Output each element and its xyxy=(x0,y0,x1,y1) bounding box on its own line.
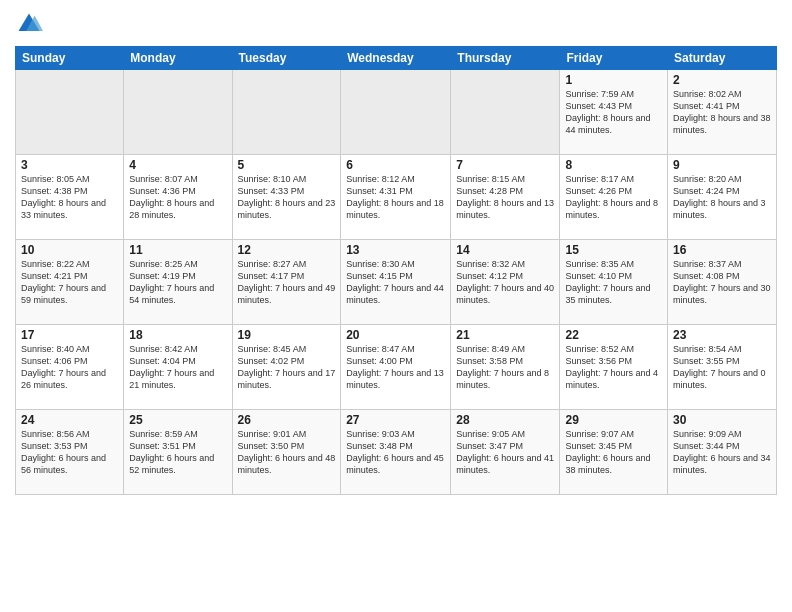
day-info: Sunrise: 9:03 AM Sunset: 3:48 PM Dayligh… xyxy=(346,428,445,477)
day-info: Sunrise: 8:07 AM Sunset: 4:36 PM Dayligh… xyxy=(129,173,226,222)
calendar-body: 1Sunrise: 7:59 AM Sunset: 4:43 PM Daylig… xyxy=(16,70,777,495)
header-cell-tuesday: Tuesday xyxy=(232,47,341,70)
day-number: 1 xyxy=(565,73,662,87)
day-cell: 16Sunrise: 8:37 AM Sunset: 4:08 PM Dayli… xyxy=(668,240,777,325)
day-cell: 8Sunrise: 8:17 AM Sunset: 4:26 PM Daylig… xyxy=(560,155,668,240)
day-info: Sunrise: 8:10 AM Sunset: 4:33 PM Dayligh… xyxy=(238,173,336,222)
day-number: 24 xyxy=(21,413,118,427)
day-number: 3 xyxy=(21,158,118,172)
logo-icon xyxy=(15,10,43,38)
day-number: 27 xyxy=(346,413,445,427)
day-cell: 7Sunrise: 8:15 AM Sunset: 4:28 PM Daylig… xyxy=(451,155,560,240)
day-info: Sunrise: 8:30 AM Sunset: 4:15 PM Dayligh… xyxy=(346,258,445,307)
header-cell-sunday: Sunday xyxy=(16,47,124,70)
calendar: SundayMondayTuesdayWednesdayThursdayFrid… xyxy=(15,46,777,495)
day-cell xyxy=(232,70,341,155)
day-cell: 21Sunrise: 8:49 AM Sunset: 3:58 PM Dayli… xyxy=(451,325,560,410)
header-row: SundayMondayTuesdayWednesdayThursdayFrid… xyxy=(16,47,777,70)
week-row-0: 1Sunrise: 7:59 AM Sunset: 4:43 PM Daylig… xyxy=(16,70,777,155)
day-number: 8 xyxy=(565,158,662,172)
day-number: 14 xyxy=(456,243,554,257)
day-info: Sunrise: 8:40 AM Sunset: 4:06 PM Dayligh… xyxy=(21,343,118,392)
day-cell: 24Sunrise: 8:56 AM Sunset: 3:53 PM Dayli… xyxy=(16,410,124,495)
day-info: Sunrise: 8:17 AM Sunset: 4:26 PM Dayligh… xyxy=(565,173,662,222)
day-number: 25 xyxy=(129,413,226,427)
day-cell: 3Sunrise: 8:05 AM Sunset: 4:38 PM Daylig… xyxy=(16,155,124,240)
calendar-header: SundayMondayTuesdayWednesdayThursdayFrid… xyxy=(16,47,777,70)
header xyxy=(15,10,777,38)
day-info: Sunrise: 8:54 AM Sunset: 3:55 PM Dayligh… xyxy=(673,343,771,392)
day-number: 6 xyxy=(346,158,445,172)
day-number: 22 xyxy=(565,328,662,342)
day-number: 10 xyxy=(21,243,118,257)
day-cell: 18Sunrise: 8:42 AM Sunset: 4:04 PM Dayli… xyxy=(124,325,232,410)
day-number: 18 xyxy=(129,328,226,342)
day-info: Sunrise: 8:32 AM Sunset: 4:12 PM Dayligh… xyxy=(456,258,554,307)
day-info: Sunrise: 8:42 AM Sunset: 4:04 PM Dayligh… xyxy=(129,343,226,392)
day-info: Sunrise: 8:35 AM Sunset: 4:10 PM Dayligh… xyxy=(565,258,662,307)
day-info: Sunrise: 8:49 AM Sunset: 3:58 PM Dayligh… xyxy=(456,343,554,392)
day-number: 17 xyxy=(21,328,118,342)
day-cell: 25Sunrise: 8:59 AM Sunset: 3:51 PM Dayli… xyxy=(124,410,232,495)
day-cell: 12Sunrise: 8:27 AM Sunset: 4:17 PM Dayli… xyxy=(232,240,341,325)
week-row-2: 10Sunrise: 8:22 AM Sunset: 4:21 PM Dayli… xyxy=(16,240,777,325)
header-cell-thursday: Thursday xyxy=(451,47,560,70)
day-cell: 2Sunrise: 8:02 AM Sunset: 4:41 PM Daylig… xyxy=(668,70,777,155)
day-cell: 22Sunrise: 8:52 AM Sunset: 3:56 PM Dayli… xyxy=(560,325,668,410)
day-cell: 5Sunrise: 8:10 AM Sunset: 4:33 PM Daylig… xyxy=(232,155,341,240)
day-number: 4 xyxy=(129,158,226,172)
day-number: 12 xyxy=(238,243,336,257)
day-cell: 10Sunrise: 8:22 AM Sunset: 4:21 PM Dayli… xyxy=(16,240,124,325)
week-row-1: 3Sunrise: 8:05 AM Sunset: 4:38 PM Daylig… xyxy=(16,155,777,240)
day-info: Sunrise: 8:59 AM Sunset: 3:51 PM Dayligh… xyxy=(129,428,226,477)
day-number: 2 xyxy=(673,73,771,87)
day-number: 15 xyxy=(565,243,662,257)
day-cell: 15Sunrise: 8:35 AM Sunset: 4:10 PM Dayli… xyxy=(560,240,668,325)
day-number: 11 xyxy=(129,243,226,257)
header-cell-saturday: Saturday xyxy=(668,47,777,70)
day-cell: 11Sunrise: 8:25 AM Sunset: 4:19 PM Dayli… xyxy=(124,240,232,325)
day-number: 21 xyxy=(456,328,554,342)
logo xyxy=(15,10,47,38)
day-number: 16 xyxy=(673,243,771,257)
day-number: 30 xyxy=(673,413,771,427)
day-number: 5 xyxy=(238,158,336,172)
day-number: 20 xyxy=(346,328,445,342)
day-cell: 27Sunrise: 9:03 AM Sunset: 3:48 PM Dayli… xyxy=(341,410,451,495)
day-cell xyxy=(341,70,451,155)
week-row-4: 24Sunrise: 8:56 AM Sunset: 3:53 PM Dayli… xyxy=(16,410,777,495)
day-info: Sunrise: 8:37 AM Sunset: 4:08 PM Dayligh… xyxy=(673,258,771,307)
page: SundayMondayTuesdayWednesdayThursdayFrid… xyxy=(0,0,792,612)
day-cell: 28Sunrise: 9:05 AM Sunset: 3:47 PM Dayli… xyxy=(451,410,560,495)
day-cell: 1Sunrise: 7:59 AM Sunset: 4:43 PM Daylig… xyxy=(560,70,668,155)
day-info: Sunrise: 8:56 AM Sunset: 3:53 PM Dayligh… xyxy=(21,428,118,477)
day-info: Sunrise: 8:52 AM Sunset: 3:56 PM Dayligh… xyxy=(565,343,662,392)
day-info: Sunrise: 9:05 AM Sunset: 3:47 PM Dayligh… xyxy=(456,428,554,477)
day-info: Sunrise: 8:45 AM Sunset: 4:02 PM Dayligh… xyxy=(238,343,336,392)
day-cell: 19Sunrise: 8:45 AM Sunset: 4:02 PM Dayli… xyxy=(232,325,341,410)
day-cell: 13Sunrise: 8:30 AM Sunset: 4:15 PM Dayli… xyxy=(341,240,451,325)
day-cell: 30Sunrise: 9:09 AM Sunset: 3:44 PM Dayli… xyxy=(668,410,777,495)
day-cell: 14Sunrise: 8:32 AM Sunset: 4:12 PM Dayli… xyxy=(451,240,560,325)
day-info: Sunrise: 9:01 AM Sunset: 3:50 PM Dayligh… xyxy=(238,428,336,477)
day-cell: 6Sunrise: 8:12 AM Sunset: 4:31 PM Daylig… xyxy=(341,155,451,240)
day-number: 29 xyxy=(565,413,662,427)
day-number: 28 xyxy=(456,413,554,427)
day-info: Sunrise: 9:07 AM Sunset: 3:45 PM Dayligh… xyxy=(565,428,662,477)
header-cell-friday: Friday xyxy=(560,47,668,70)
day-number: 13 xyxy=(346,243,445,257)
day-info: Sunrise: 8:25 AM Sunset: 4:19 PM Dayligh… xyxy=(129,258,226,307)
day-info: Sunrise: 9:09 AM Sunset: 3:44 PM Dayligh… xyxy=(673,428,771,477)
day-number: 23 xyxy=(673,328,771,342)
day-info: Sunrise: 8:15 AM Sunset: 4:28 PM Dayligh… xyxy=(456,173,554,222)
day-cell: 26Sunrise: 9:01 AM Sunset: 3:50 PM Dayli… xyxy=(232,410,341,495)
day-info: Sunrise: 8:20 AM Sunset: 4:24 PM Dayligh… xyxy=(673,173,771,222)
day-cell xyxy=(16,70,124,155)
day-cell: 23Sunrise: 8:54 AM Sunset: 3:55 PM Dayli… xyxy=(668,325,777,410)
day-info: Sunrise: 8:22 AM Sunset: 4:21 PM Dayligh… xyxy=(21,258,118,307)
day-info: Sunrise: 7:59 AM Sunset: 4:43 PM Dayligh… xyxy=(565,88,662,137)
week-row-3: 17Sunrise: 8:40 AM Sunset: 4:06 PM Dayli… xyxy=(16,325,777,410)
day-info: Sunrise: 8:12 AM Sunset: 4:31 PM Dayligh… xyxy=(346,173,445,222)
header-cell-wednesday: Wednesday xyxy=(341,47,451,70)
day-info: Sunrise: 8:02 AM Sunset: 4:41 PM Dayligh… xyxy=(673,88,771,137)
